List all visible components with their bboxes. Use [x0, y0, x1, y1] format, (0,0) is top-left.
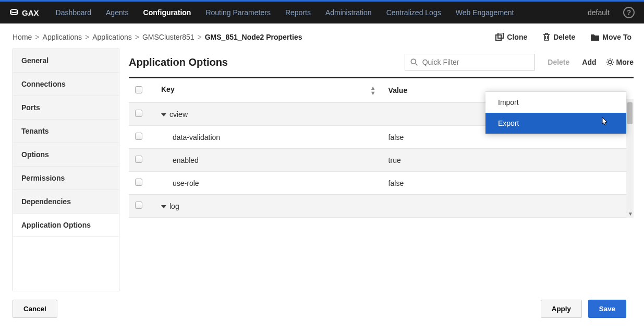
nav-web-engagement[interactable]: Web Engagement [448, 1, 521, 25]
crumb-applications-1[interactable]: Applications [43, 33, 82, 41]
nav-label: Agents [106, 8, 129, 17]
svg-point-6 [609, 61, 612, 64]
cancel-button[interactable]: Cancel [13, 300, 57, 318]
clone-icon: + [495, 33, 504, 41]
body-area: General Connections Ports Tenants Option… [0, 49, 644, 291]
group-key: log [169, 202, 179, 210]
apply-button[interactable]: Apply [541, 300, 582, 318]
crumb-sep: > [198, 33, 202, 41]
nav-label: Web Engagement [456, 8, 514, 17]
delete-page-label: Delete [553, 33, 575, 41]
sidebar: General Connections Ports Tenants Option… [13, 49, 119, 291]
nav-configuration[interactable]: Configuration [136, 0, 199, 23]
dropdown-export[interactable]: Export [485, 113, 626, 134]
crumb-applications-2[interactable]: Applications [92, 33, 132, 41]
table-delete-button[interactable]: Delete [548, 58, 569, 66]
caret-down-icon[interactable] [161, 205, 166, 208]
col-key-header[interactable]: Key ▲▼ [155, 78, 382, 103]
crumb-cluster[interactable]: GMSCluster851 [142, 33, 195, 41]
option-key: data-validation [161, 133, 220, 141]
quick-filter-input[interactable] [422, 58, 530, 66]
nav-routing-parameters[interactable]: Routing Parameters [198, 1, 278, 25]
sidebar-item-label: General [21, 56, 48, 65]
sidebar-item-dependencies[interactable]: Dependencies [13, 190, 119, 214]
sidebar-item-tenants[interactable]: Tenants [13, 120, 119, 143]
select-all-checkbox[interactable] [135, 86, 142, 93]
more-label: More [616, 58, 634, 66]
main-panel: Application Options Delete Add More Key [129, 49, 634, 291]
user-menu-label: default [588, 8, 610, 17]
row-checkbox[interactable] [135, 202, 142, 209]
nav-label: Dashboard [56, 8, 92, 17]
folder-icon [591, 33, 599, 41]
cancel-label: Cancel [23, 305, 46, 313]
cursor-pointer-icon [600, 117, 609, 127]
top-nav: GAX Dashboard Agents Configuration Routi… [0, 0, 644, 23]
option-row[interactable]: enabled true [129, 149, 634, 172]
sidebar-item-label: Options [21, 150, 49, 159]
trash-icon [543, 33, 550, 41]
sidebar-item-general[interactable]: General [13, 49, 119, 73]
clone-button[interactable]: + Clone [495, 33, 527, 41]
move-to-label: Move To [602, 33, 631, 41]
svg-point-0 [10, 9, 18, 13]
dropdown-item-label: Import [498, 98, 519, 107]
dropdown-item-label: Export [498, 119, 519, 127]
group-key: cview [169, 110, 188, 119]
sidebar-item-label: Ports [21, 103, 40, 112]
gear-icon [606, 58, 614, 66]
scrollbar-thumb[interactable] [627, 102, 633, 124]
row-checkbox[interactable] [135, 110, 142, 117]
save-button[interactable]: Save [588, 300, 626, 318]
move-to-button[interactable]: Move To [591, 33, 631, 41]
brand: GAX [9, 8, 39, 17]
more-dropdown: Import Export [485, 91, 626, 134]
quick-filter[interactable] [405, 54, 535, 70]
row-checkbox[interactable] [135, 133, 142, 140]
scroll-down-icon[interactable]: ▼ [628, 211, 633, 217]
nav-label: Administration [325, 8, 372, 17]
main-header: Application Options Delete Add More [129, 49, 634, 77]
save-label: Save [599, 305, 615, 313]
help-icon[interactable]: ? [623, 7, 635, 18]
footer: Cancel Apply Save [0, 291, 644, 326]
nav-centralized-logs[interactable]: Centralized Logs [379, 1, 448, 25]
table-scrollbar[interactable]: ▼ [626, 99, 634, 218]
nav-label: Centralized Logs [386, 8, 441, 17]
sort-icon: ▲▼ [370, 85, 376, 96]
nav-label: Configuration [143, 8, 191, 17]
sidebar-item-connections[interactable]: Connections [13, 73, 119, 96]
sidebar-item-label: Dependencies [21, 197, 71, 206]
group-row-log[interactable]: log [129, 195, 634, 218]
option-row[interactable]: use-role false [129, 172, 634, 195]
user-menu[interactable]: default [580, 1, 617, 25]
col-key-label: Key [161, 85, 175, 93]
table-add-button[interactable]: Add [582, 58, 596, 66]
brand-label: GAX [22, 8, 39, 17]
row-checkbox[interactable] [135, 179, 142, 186]
nav-dashboard[interactable]: Dashboard [48, 1, 99, 25]
delete-page-button[interactable]: Delete [543, 33, 575, 41]
caret-down-icon[interactable] [161, 113, 166, 116]
col-value-label: Value [388, 86, 408, 94]
sidebar-item-ports[interactable]: Ports [13, 96, 119, 120]
row-checkbox[interactable] [135, 156, 142, 163]
sidebar-item-application-options[interactable]: Application Options [13, 214, 119, 237]
svg-line-5 [416, 64, 418, 66]
nav-administration[interactable]: Administration [318, 1, 379, 25]
nav-reports[interactable]: Reports [278, 1, 318, 25]
apply-label: Apply [552, 305, 571, 313]
clone-label: Clone [507, 33, 527, 41]
option-value: false [388, 133, 404, 141]
sidebar-item-options[interactable]: Options [13, 143, 119, 167]
crumb-current: GMS_851_Node2 Properties [205, 33, 302, 41]
sidebar-item-permissions[interactable]: Permissions [13, 167, 119, 190]
nav-agents[interactable]: Agents [99, 1, 136, 25]
dropdown-import[interactable]: Import [485, 92, 626, 113]
breadcrumb: Home > Applications > Applications > GMS… [13, 33, 302, 41]
search-icon [410, 58, 418, 66]
sidebar-item-label: Application Options [21, 221, 91, 229]
crumb-home[interactable]: Home [13, 33, 32, 41]
more-button[interactable]: More [606, 58, 634, 66]
sidebar-item-label: Permissions [21, 174, 65, 182]
